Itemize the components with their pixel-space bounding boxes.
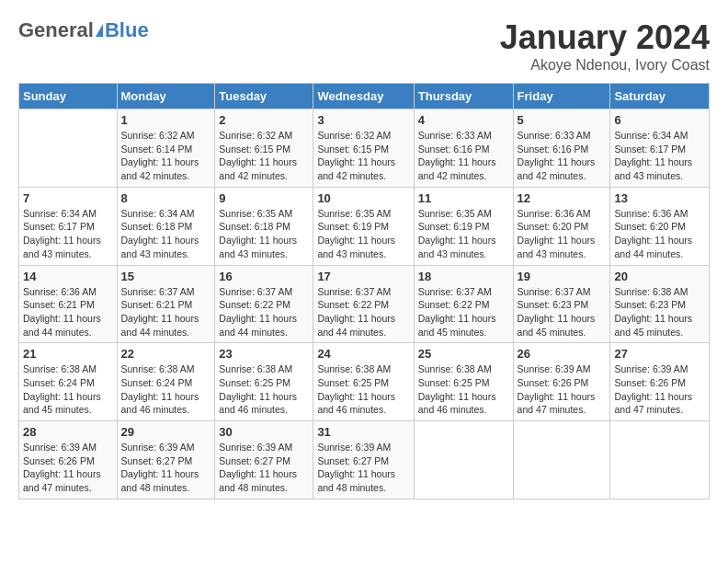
- day-number: 13: [614, 191, 705, 205]
- day-info: Sunrise: 6:39 AMSunset: 6:26 PMDaylight:…: [23, 441, 113, 495]
- day-number: 1: [121, 113, 211, 127]
- day-cell: 14Sunrise: 6:36 AMSunset: 6:21 PMDayligh…: [19, 265, 118, 343]
- day-number: 20: [614, 270, 705, 283]
- day-cell: [414, 421, 513, 500]
- week-row-5: 28Sunrise: 6:39 AMSunset: 6:26 PMDayligh…: [19, 421, 710, 500]
- day-number: 18: [418, 270, 509, 283]
- day-info: Sunrise: 6:33 AMSunset: 6:16 PMDaylight:…: [518, 129, 607, 183]
- day-info: Sunrise: 6:37 AMSunset: 6:22 PMDaylight:…: [317, 285, 409, 339]
- day-cell: 28Sunrise: 6:39 AMSunset: 6:26 PMDayligh…: [19, 421, 118, 500]
- day-cell: 7Sunrise: 6:34 AMSunset: 6:17 PMDaylight…: [19, 187, 118, 265]
- logo: General Blue: [18, 18, 149, 42]
- day-cell: 30Sunrise: 6:39 AMSunset: 6:27 PMDayligh…: [215, 421, 313, 500]
- column-header-thursday: Thursday: [414, 84, 513, 109]
- day-number: 5: [518, 113, 607, 127]
- header-row: SundayMondayTuesdayWednesdayThursdayFrid…: [19, 84, 710, 109]
- logo-icon: [96, 24, 103, 37]
- day-number: 25: [418, 347, 509, 361]
- column-header-sunday: Sunday: [19, 84, 118, 109]
- day-number: 6: [614, 113, 705, 127]
- day-cell: 2Sunrise: 6:32 AMSunset: 6:15 PMDaylight…: [215, 109, 313, 188]
- day-cell: 9Sunrise: 6:35 AMSunset: 6:18 PMDaylight…: [215, 187, 313, 265]
- day-info: Sunrise: 6:39 AMSunset: 6:27 PMDaylight:…: [317, 441, 409, 495]
- day-info: Sunrise: 6:38 AMSunset: 6:24 PMDaylight:…: [23, 362, 113, 417]
- day-info: Sunrise: 6:38 AMSunset: 6:24 PMDaylight:…: [121, 362, 211, 417]
- day-cell: [610, 421, 710, 500]
- day-info: Sunrise: 6:35 AMSunset: 6:19 PMDaylight:…: [418, 207, 509, 261]
- day-info: Sunrise: 6:32 AMSunset: 6:15 PMDaylight:…: [219, 129, 309, 183]
- column-header-tuesday: Tuesday: [215, 84, 313, 109]
- day-number: 26: [518, 347, 607, 361]
- week-row-2: 7Sunrise: 6:34 AMSunset: 6:17 PMDaylight…: [19, 187, 710, 265]
- day-number: 31: [317, 425, 409, 439]
- day-cell: 6Sunrise: 6:34 AMSunset: 6:17 PMDaylight…: [610, 109, 710, 188]
- day-number: 17: [317, 270, 409, 283]
- day-info: Sunrise: 6:37 AMSunset: 6:22 PMDaylight:…: [219, 285, 309, 339]
- day-info: Sunrise: 6:39 AMSunset: 6:27 PMDaylight:…: [121, 441, 211, 495]
- day-number: 21: [23, 347, 113, 361]
- day-cell: 12Sunrise: 6:36 AMSunset: 6:20 PMDayligh…: [513, 187, 610, 265]
- day-number: 8: [121, 191, 211, 205]
- day-number: 24: [317, 347, 409, 361]
- day-cell: 21Sunrise: 6:38 AMSunset: 6:24 PMDayligh…: [19, 343, 118, 421]
- day-number: 9: [219, 191, 309, 205]
- month-title: January 2024: [500, 18, 710, 57]
- week-row-3: 14Sunrise: 6:36 AMSunset: 6:21 PMDayligh…: [19, 265, 710, 343]
- day-info: Sunrise: 6:34 AMSunset: 6:18 PMDaylight:…: [121, 207, 211, 261]
- day-info: Sunrise: 6:38 AMSunset: 6:25 PMDaylight:…: [418, 362, 509, 417]
- day-info: Sunrise: 6:34 AMSunset: 6:17 PMDaylight:…: [614, 129, 705, 183]
- day-number: 3: [317, 113, 409, 127]
- day-cell: 26Sunrise: 6:39 AMSunset: 6:26 PMDayligh…: [513, 343, 610, 421]
- day-info: Sunrise: 6:37 AMSunset: 6:21 PMDaylight:…: [121, 285, 211, 339]
- day-number: 30: [219, 425, 309, 439]
- day-number: 29: [121, 425, 211, 439]
- column-header-friday: Friday: [513, 84, 610, 109]
- day-number: 22: [121, 347, 211, 361]
- day-cell: 1Sunrise: 6:32 AMSunset: 6:14 PMDaylight…: [117, 109, 215, 188]
- day-number: 27: [614, 347, 705, 361]
- logo-blue-text: Blue: [105, 18, 149, 42]
- day-number: 14: [23, 270, 113, 283]
- day-info: Sunrise: 6:36 AMSunset: 6:20 PMDaylight:…: [518, 207, 607, 261]
- day-number: 19: [518, 270, 607, 283]
- week-row-1: 1Sunrise: 6:32 AMSunset: 6:14 PMDaylight…: [19, 109, 710, 188]
- title-block: January 2024 Akoye Ndenou, Ivory Coast: [500, 18, 710, 74]
- day-number: 7: [23, 191, 113, 205]
- day-cell: 23Sunrise: 6:38 AMSunset: 6:25 PMDayligh…: [215, 343, 313, 421]
- day-cell: 18Sunrise: 6:37 AMSunset: 6:22 PMDayligh…: [414, 265, 513, 343]
- day-info: Sunrise: 6:39 AMSunset: 6:26 PMDaylight:…: [614, 362, 705, 417]
- week-row-4: 21Sunrise: 6:38 AMSunset: 6:24 PMDayligh…: [19, 343, 710, 421]
- day-cell: 24Sunrise: 6:38 AMSunset: 6:25 PMDayligh…: [313, 343, 414, 421]
- day-info: Sunrise: 6:32 AMSunset: 6:15 PMDaylight:…: [317, 129, 409, 183]
- day-number: 10: [317, 191, 409, 205]
- day-cell: 29Sunrise: 6:39 AMSunset: 6:27 PMDayligh…: [117, 421, 215, 500]
- column-header-monday: Monday: [117, 84, 215, 109]
- location-subtitle: Akoye Ndenou, Ivory Coast: [500, 57, 710, 74]
- day-cell: 16Sunrise: 6:37 AMSunset: 6:22 PMDayligh…: [215, 265, 313, 343]
- day-info: Sunrise: 6:33 AMSunset: 6:16 PMDaylight:…: [418, 129, 509, 183]
- day-info: Sunrise: 6:39 AMSunset: 6:26 PMDaylight:…: [518, 362, 607, 417]
- day-cell: 13Sunrise: 6:36 AMSunset: 6:20 PMDayligh…: [610, 187, 710, 265]
- day-info: Sunrise: 6:39 AMSunset: 6:27 PMDaylight:…: [219, 441, 309, 495]
- day-cell: 11Sunrise: 6:35 AMSunset: 6:19 PMDayligh…: [414, 187, 513, 265]
- day-cell: 17Sunrise: 6:37 AMSunset: 6:22 PMDayligh…: [313, 265, 414, 343]
- day-number: 16: [219, 270, 309, 283]
- logo-general-text: General: [18, 18, 94, 42]
- day-number: 15: [121, 270, 211, 283]
- day-info: Sunrise: 6:36 AMSunset: 6:20 PMDaylight:…: [614, 207, 705, 261]
- day-info: Sunrise: 6:32 AMSunset: 6:14 PMDaylight:…: [121, 129, 211, 183]
- day-info: Sunrise: 6:37 AMSunset: 6:22 PMDaylight:…: [418, 285, 509, 339]
- day-info: Sunrise: 6:38 AMSunset: 6:25 PMDaylight:…: [317, 362, 409, 417]
- day-cell: 3Sunrise: 6:32 AMSunset: 6:15 PMDaylight…: [313, 109, 414, 188]
- day-cell: 4Sunrise: 6:33 AMSunset: 6:16 PMDaylight…: [414, 109, 513, 188]
- day-cell: 31Sunrise: 6:39 AMSunset: 6:27 PMDayligh…: [313, 421, 414, 500]
- day-cell: 10Sunrise: 6:35 AMSunset: 6:19 PMDayligh…: [313, 187, 414, 265]
- day-cell: [19, 109, 118, 188]
- day-info: Sunrise: 6:38 AMSunset: 6:23 PMDaylight:…: [614, 285, 705, 339]
- day-cell: 5Sunrise: 6:33 AMSunset: 6:16 PMDaylight…: [513, 109, 610, 188]
- day-number: 2: [219, 113, 309, 127]
- day-info: Sunrise: 6:34 AMSunset: 6:17 PMDaylight:…: [23, 207, 113, 261]
- day-number: 12: [518, 191, 607, 205]
- column-header-wednesday: Wednesday: [313, 84, 414, 109]
- day-cell: 27Sunrise: 6:39 AMSunset: 6:26 PMDayligh…: [610, 343, 710, 421]
